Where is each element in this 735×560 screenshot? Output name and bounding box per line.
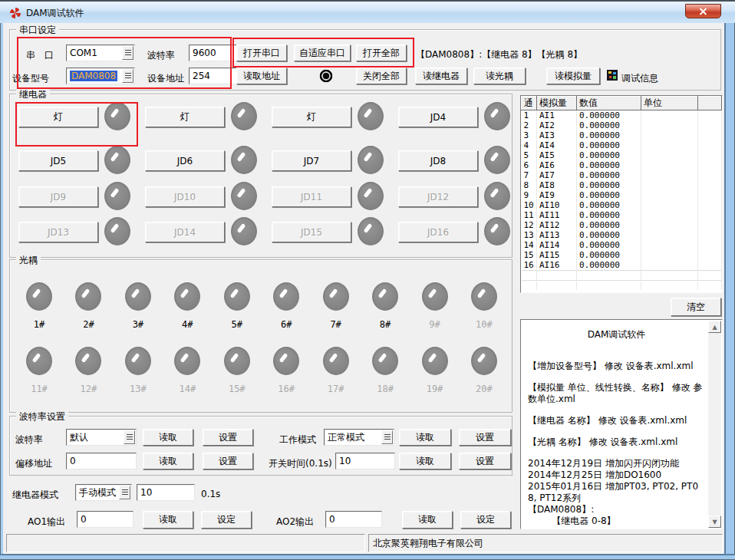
debug-info-label: 调试信息 <box>621 72 658 85</box>
relay-button-1[interactable]: 灯 <box>18 107 98 127</box>
relay-button-4[interactable]: JD4 <box>398 107 478 127</box>
baudrate-dropdown-button[interactable] <box>124 430 135 444</box>
model-label: 设备型号 <box>12 72 49 85</box>
ao2-set-button[interactable]: 设定 <box>460 511 511 529</box>
relay-indicator-1 <box>104 102 130 130</box>
relay-mode-time-input[interactable]: 10 <box>137 484 195 501</box>
info-line: 【DAM0808】: <box>528 504 705 516</box>
baud-value: 9600 <box>193 48 216 58</box>
model-combobox[interactable]: DAM0808 <box>66 68 135 84</box>
opto-indicator-5 <box>224 282 250 311</box>
relay-button-7[interactable]: JD7 <box>272 150 351 171</box>
relay-button-5[interactable]: JD5 <box>18 150 98 171</box>
scroll-down-icon[interactable]: ▼ <box>708 516 721 528</box>
relay-mode-dropdown-button[interactable] <box>119 486 130 499</box>
switch-time-read-button[interactable]: 读取 <box>399 453 451 469</box>
relay-button-2[interactable]: 灯 <box>145 107 225 127</box>
switch-time-set-button[interactable]: 设置 <box>459 453 511 469</box>
port-label: 串 口 <box>26 49 54 62</box>
switch-time-input[interactable]: 10 <box>335 453 395 469</box>
serial-group-title: 串口设定 <box>16 24 59 37</box>
close-button[interactable] <box>685 4 721 18</box>
open-all-button[interactable]: 打开全部 <box>356 44 407 61</box>
ai-table-row: 8AI80.000000 <box>522 180 722 190</box>
relay-button-13: JD13 <box>18 222 98 242</box>
status-panel-right: 北京聚英翱翔电子有限公司 <box>368 534 723 552</box>
open-serial-button[interactable]: 打开串口 <box>236 44 287 61</box>
work-mode-combobox[interactable]: 正常模式 <box>324 429 394 446</box>
ao2-input[interactable]: 0 <box>325 511 382 528</box>
device-summary: 【DAM0808】:【继电器 8】【光耦 8】 <box>416 48 582 61</box>
info-scrollbar[interactable]: ▲ ▼ <box>708 321 721 528</box>
close-all-button[interactable]: 关闭全部 <box>356 68 407 84</box>
clear-button[interactable]: 清空 <box>671 298 721 316</box>
window-border-left <box>0 23 3 560</box>
ai-table-row: 10AI100.000000 <box>522 200 722 210</box>
info-line: 【继电器 名称】 修改 设备表.xml.xml <box>528 415 705 427</box>
ai-table-row: 15AI150.000000 <box>522 250 722 260</box>
relay-mode-value: 手动模式 <box>79 487 116 498</box>
debug-info-icon <box>607 70 618 81</box>
relay-mode-unit: 0.1s <box>201 489 220 499</box>
work-mode-set-button[interactable]: 设置 <box>459 429 511 446</box>
ai-table-row: 14AI140.000000 <box>522 240 722 250</box>
ai-table-row: 12AI120.000000 <box>522 220 722 230</box>
port-combobox[interactable]: COM1 <box>66 44 135 61</box>
baudrate-combobox[interactable]: 默认 <box>66 429 137 446</box>
relay-indicator-14 <box>231 217 257 245</box>
ao1-read-button[interactable]: 读取 <box>143 511 193 529</box>
ao1-label: AO1输出 <box>28 516 65 529</box>
ao2-read-button[interactable]: 读取 <box>402 511 453 529</box>
relay-button-3[interactable]: 灯 <box>272 107 351 127</box>
opto-label-11: 11# <box>31 384 48 394</box>
scroll-up-icon[interactable]: ▲ <box>708 321 721 333</box>
ai-table-row: 1AI10.000000 <box>522 110 722 121</box>
auto-serial-button[interactable]: 自适应串口 <box>294 44 351 61</box>
ai-table-row: 6AI60.000000 <box>522 160 722 170</box>
read-opto-button[interactable]: 读光耦 <box>473 68 526 84</box>
dropdown-icon <box>384 434 391 440</box>
read-relay-button[interactable]: 读继电器 <box>415 68 467 84</box>
model-value: DAM0808 <box>70 71 117 81</box>
work-mode-read-button[interactable]: 读取 <box>399 429 451 446</box>
opto-indicator-4 <box>174 282 200 311</box>
baud-label: 波特率 <box>147 49 175 62</box>
ao1-set-button[interactable]: 设定 <box>201 511 252 529</box>
relay-indicator-13 <box>104 217 130 245</box>
addr-label: 设备地址 <box>147 72 184 85</box>
baud-settings-title: 波特率设置 <box>16 410 68 423</box>
opto-label-17: 17# <box>328 384 344 394</box>
offset-read-button[interactable]: 读取 <box>143 453 193 469</box>
model-dropdown-button[interactable] <box>122 69 133 83</box>
baudrate-label: 波特率 <box>15 433 43 446</box>
relay-mode-combobox[interactable]: 手动模式 <box>75 484 132 501</box>
title-bar: DAM调试软件 <box>0 0 735 23</box>
ai-table-row: 4AI40.000000 <box>522 140 722 150</box>
offset-input[interactable]: 0 <box>66 453 137 469</box>
ao1-input[interactable]: 0 <box>77 511 133 528</box>
relay-button-12: JD12 <box>398 186 478 207</box>
offset-set-button[interactable]: 设置 <box>203 453 253 469</box>
opto-indicator-16 <box>273 347 299 375</box>
opto-indicator-18 <box>372 347 398 375</box>
read-addr-button[interactable]: 读取地址 <box>236 68 287 84</box>
read-analog-button[interactable]: 读模拟量 <box>546 68 600 84</box>
info-line: 【继电器 0-8】 <box>528 516 705 527</box>
opto-label-16: 16# <box>278 384 295 394</box>
ai-table-row: 13AI130.000000 <box>522 230 722 240</box>
info-line: 【增加设备型号】 修改 设备表.xml.xml <box>528 361 705 372</box>
opto-label-18: 18# <box>377 384 394 394</box>
close-icon <box>699 8 707 15</box>
relay-button-6[interactable]: JD6 <box>145 150 225 171</box>
port-dropdown-button[interactable] <box>122 46 133 60</box>
baudrate-read-button[interactable]: 读取 <box>143 429 193 446</box>
work-mode-dropdown-button[interactable] <box>381 430 393 444</box>
baudrate-set-button[interactable]: 设置 <box>203 429 253 446</box>
ai-table-empty-row <box>522 271 722 281</box>
app-window: DAM调试软件 串口设定 串 口 COM1 波特率 9600 设备型号 DAM0… <box>0 0 735 560</box>
relay-indicator-8 <box>484 146 510 174</box>
ai-table-row: 5AI50.000000 <box>522 150 722 160</box>
relay-button-8[interactable]: JD8 <box>398 150 478 171</box>
opto-indicator-9 <box>422 282 448 311</box>
relay-button-14: JD14 <box>145 222 225 242</box>
